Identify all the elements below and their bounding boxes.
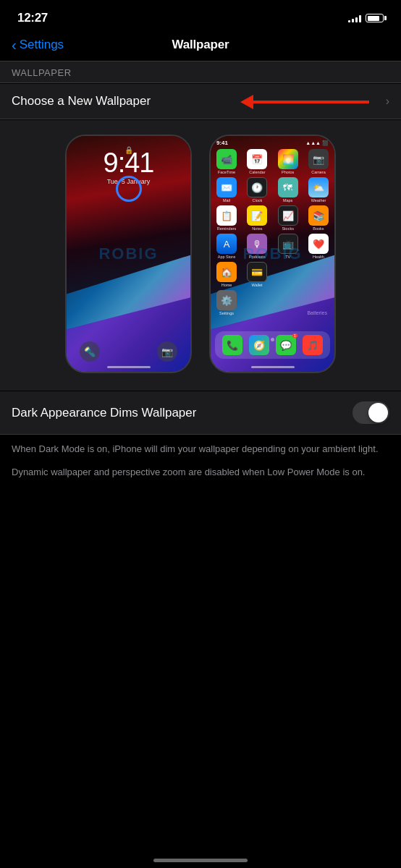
home-status-bar: 9:41 ▲▲▲ ⬛ — [211, 136, 334, 148]
chevron-left-icon: ‹ — [12, 38, 17, 52]
app-stocks: 📈 Stocks — [277, 205, 300, 231]
description-low-power: Dynamic wallpaper and perspective zoom a… — [12, 465, 389, 480]
app-calendar: 📅 Calendar — [245, 149, 269, 174]
app-row-6: ⚙️ Settings Batteries — [215, 290, 330, 315]
camera-quick-icon: 📷 — [157, 341, 177, 362]
description-dark-mode: When Dark Mode is on, iPhone will dim yo… — [12, 442, 389, 456]
reminders-icon: 📋 — [216, 205, 237, 226]
home-indicator — [153, 859, 248, 862]
lock-home-bar — [107, 366, 151, 368]
app-weather: ⛅ Weather — [307, 177, 330, 203]
app-maps: 🗺 Maps — [277, 177, 300, 203]
notes-icon: 📝 — [247, 205, 267, 226]
wallet-icon: 💳 — [247, 262, 267, 282]
home-status-icons: ▲▲▲ ⬛ — [305, 140, 329, 146]
calendar-icon: 📅 — [247, 149, 267, 169]
dock-phone: 📞 — [221, 335, 244, 355]
home-screen-wallpaper: 9:41 ▲▲▲ ⬛ 📹 FaceTime 📅 Calendar — [211, 136, 334, 372]
dock-music: 🎵 — [301, 335, 324, 355]
stocks-icon: 📈 — [278, 205, 298, 226]
lock-bottom-icons: 🔦 📷 — [67, 341, 190, 362]
row-right: › — [386, 95, 389, 108]
dark-appearance-label: Dark Appearance Dims Wallpaper — [12, 406, 196, 420]
app-books: 📚 Books — [307, 205, 330, 231]
app-photos: 🌅 Photos — [277, 149, 300, 174]
signal-icon — [348, 14, 361, 22]
app-notes: 📝 Notes — [245, 205, 269, 231]
app-settings: ⚙️ Settings — [215, 290, 238, 315]
app-health: ❤️ Health — [307, 234, 330, 259]
app-home: 🏠 Home — [215, 262, 238, 287]
batteries-label: Batteries — [238, 290, 330, 315]
back-label: Settings — [20, 38, 64, 52]
section-header: WALLPAPER — [0, 61, 401, 83]
music-icon: 🎵 — [303, 335, 323, 355]
status-bar: 12:27 — [0, 0, 401, 32]
app-facetime: 📹 FaceTime — [215, 149, 238, 174]
app-row-1: 📹 FaceTime 📅 Calendar 🌅 Photos 📷 Camera — [215, 149, 330, 174]
appstore-icon: A — [216, 234, 237, 254]
choose-wallpaper-label: Choose a New Wallpaper — [12, 94, 151, 109]
wallpaper-preview-section: 🔒 9:41 Tue, 5 January 🔦 📷 ROBIG 9:41 ▲▲▲… — [0, 120, 401, 391]
dark-appearance-row[interactable]: Dark Appearance Dims Wallpaper — [0, 391, 401, 435]
app-wallet: 💳 Wallet — [245, 262, 269, 287]
books-icon: 📚 — [308, 205, 329, 226]
lock-circle-indicator — [116, 176, 142, 202]
phone-icon: 📞 — [222, 335, 242, 355]
description-section: When Dark Mode is on, iPhone will dim yo… — [0, 435, 401, 479]
battery-icon — [366, 14, 384, 22]
messages-icon: 💬 1 — [276, 335, 296, 355]
weather-icon: ⛅ — [308, 177, 329, 197]
podcasts-icon: 🎙 — [247, 234, 267, 254]
app-reminders: 📋 Reminders — [215, 205, 238, 231]
choose-wallpaper-row[interactable]: Choose a New Wallpaper › — [0, 84, 401, 119]
app-row-4: A App Store 🎙 Podcasts 📺 TV ❤️ Health — [215, 234, 330, 259]
lock-icon: 🔒 — [124, 146, 133, 154]
clock-icon: 🕐 — [247, 177, 267, 197]
app-row-2: ✉️ Mail 🕐 Clock 🗺 Maps ⛅ Weather — [215, 177, 330, 203]
home-screen-preview[interactable]: 9:41 ▲▲▲ ⬛ 📹 FaceTime 📅 Calendar — [209, 135, 336, 373]
dock: 📞 🧭 💬 1 🎵 — [215, 331, 330, 359]
chevron-right-icon: › — [386, 95, 389, 108]
settings-icon: ⚙️ — [216, 290, 237, 310]
app-camera: 📷 Camera — [307, 149, 330, 174]
maps-icon: 🗺 — [278, 177, 298, 197]
app-row-5: 🏠 Home 💳 Wallet — [215, 262, 330, 287]
app-tv: 📺 TV — [277, 234, 300, 259]
health-icon: ❤️ — [308, 234, 329, 254]
flashlight-icon: 🔦 — [80, 341, 100, 362]
toggle-thumb — [368, 403, 388, 422]
choose-wallpaper-row-container: Choose a New Wallpaper › — [0, 84, 401, 119]
app-podcasts: 🎙 Podcasts — [245, 234, 269, 259]
tv-icon: 📺 — [278, 234, 298, 254]
home-bar — [251, 366, 295, 368]
camera-icon: 📷 — [308, 149, 329, 169]
app-row-3: 📋 Reminders 📝 Notes 📈 Stocks 📚 Books — [215, 205, 330, 231]
home-status-time: 9:41 — [216, 140, 228, 146]
dark-appearance-toggle[interactable] — [353, 401, 389, 424]
nav-bar: ‹ Settings Wallpaper — [0, 32, 401, 61]
lock-screen-wallpaper: 🔒 9:41 Tue, 5 January 🔦 📷 — [67, 136, 190, 372]
app-appstore: A App Store — [215, 234, 238, 259]
status-time: 12:27 — [17, 11, 48, 25]
dock-messages: 💬 1 — [274, 335, 297, 355]
mail-icon: ✉️ — [216, 177, 237, 197]
facetime-icon: 📹 — [216, 149, 237, 169]
home-app-icon: 🏠 — [216, 262, 237, 282]
photos-icon: 🌅 — [278, 149, 298, 169]
app-clock: 🕐 Clock — [245, 177, 269, 203]
app-grid: 📹 FaceTime 📅 Calendar 🌅 Photos 📷 Camera — [211, 148, 334, 315]
app-mail: ✉️ Mail — [215, 177, 238, 203]
lock-screen-preview[interactable]: 🔒 9:41 Tue, 5 January 🔦 📷 ROBIG — [65, 135, 192, 373]
safari-icon: 🧭 — [249, 335, 269, 355]
status-icons — [348, 14, 384, 22]
back-button[interactable]: ‹ Settings — [12, 38, 64, 52]
page-title: Wallpaper — [172, 38, 229, 52]
dock-safari: 🧭 — [248, 335, 271, 355]
